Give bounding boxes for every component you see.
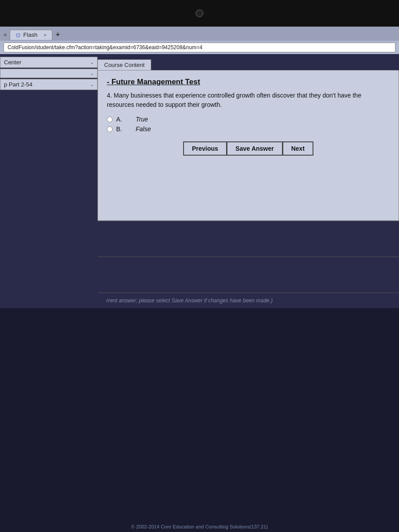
option-a-label: A.: [116, 116, 125, 123]
footer-note: rrent answer; please select Save Answer …: [98, 293, 399, 308]
sidebar-part-label: p Part 2-54: [4, 81, 32, 88]
browser-tab[interactable]: ⊙ Flash ×: [10, 30, 52, 40]
quiz-area: Course Content - Future Management Test …: [98, 54, 399, 308]
page-content: Center ⌄ ⌄ p Part 2-54 ⌄ Course Content …: [0, 54, 399, 308]
sidebar-center-select[interactable]: Center ⌄: [0, 57, 98, 68]
footer-note-text: rrent answer; please select Save Answer …: [106, 297, 273, 304]
radio-option-a[interactable]: [107, 117, 113, 122]
question-number: 4.: [107, 92, 112, 99]
address-bar[interactable]: ColdFusion/student/take.cfm?action=takin…: [4, 43, 395, 52]
chevron-down-icon: ⌄: [90, 60, 94, 65]
tab-label: Flash: [23, 31, 38, 38]
window-close-button[interactable]: ×: [4, 31, 7, 38]
browser-chrome: × ⊙ Flash × + ColdFusion/student/take.cf…: [0, 27, 399, 54]
empty-section-1: [98, 221, 399, 257]
next-button[interactable]: Next: [282, 141, 313, 156]
quiz-title: - Future Management Test: [107, 78, 390, 86]
empty-section-2: [98, 257, 399, 293]
chevron-down-icon-3: ⌄: [90, 82, 94, 87]
course-tab-row: Course Content: [98, 59, 399, 70]
sidebar-empty-select[interactable]: ⌄: [0, 69, 98, 78]
button-row: Previous Save Answer Next: [107, 141, 390, 156]
chevron-down-icon-2: ⌄: [90, 71, 94, 76]
question-body: Many businesses that experience controll…: [107, 92, 361, 108]
tab-close-icon[interactable]: ×: [43, 32, 46, 38]
sidebar-center-label: Center: [4, 59, 21, 66]
quiz-box: - Future Management Test 4. Many busines…: [98, 70, 399, 221]
tab-bar: × ⊙ Flash × +: [0, 27, 399, 41]
camera-dot: [196, 9, 203, 17]
new-tab-button[interactable]: +: [56, 31, 60, 39]
course-content-tab[interactable]: Course Content: [98, 59, 151, 70]
option-b-label: B.: [116, 125, 125, 133]
left-panel: Center ⌄ ⌄ p Part 2-54 ⌄: [0, 54, 98, 308]
previous-button[interactable]: Previous: [183, 141, 227, 156]
question-text: 4. Many businesses that experience contr…: [107, 91, 390, 110]
content-with-sidebar: Center ⌄ ⌄ p Part 2-54 ⌄ Course Content …: [0, 54, 399, 308]
answer-option-b: B. False: [107, 125, 390, 133]
tab-icon: ⊙: [16, 31, 21, 39]
sidebar-part-select[interactable]: p Part 2-54 ⌄: [0, 79, 98, 90]
option-a-text: True: [136, 116, 148, 123]
save-answer-button[interactable]: Save Answer: [227, 141, 282, 156]
address-bar-row: ColdFusion/student/take.cfm?action=takin…: [0, 41, 399, 54]
footer-bar: © 2002-2014 Core Education and Consultin…: [0, 521, 399, 532]
radio-option-b[interactable]: [107, 126, 113, 132]
top-bar: [0, 0, 399, 27]
answer-option-a: A. True: [107, 116, 390, 123]
option-b-text: False: [136, 125, 151, 133]
copyright-text: © 2002-2014 Core Education and Consultin…: [131, 524, 268, 529]
